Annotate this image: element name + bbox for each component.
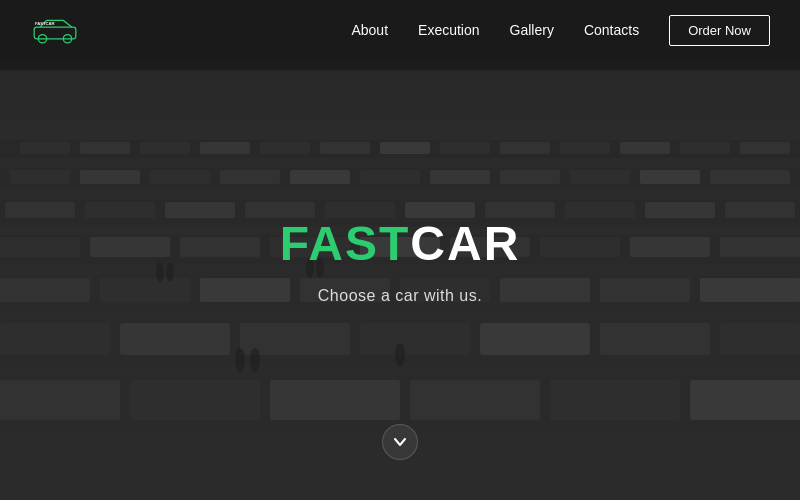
hero-section: FASTCAR About Execution Gallery Contacts… [0, 0, 800, 500]
navbar: FASTCAR About Execution Gallery Contacts… [0, 0, 800, 60]
nav-execution[interactable]: Execution [418, 22, 479, 38]
logo[interactable]: FASTCAR [30, 15, 80, 45]
nav-about[interactable]: About [351, 22, 388, 38]
nav-contacts[interactable]: Contacts [584, 22, 639, 38]
scroll-down-button[interactable] [382, 424, 418, 460]
nav-gallery[interactable]: Gallery [510, 22, 554, 38]
order-now-button[interactable]: Order Now [669, 15, 770, 46]
hero-content: FASTCAR Choose a car with us. [280, 216, 521, 305]
hero-title-fast: FAST [280, 217, 411, 270]
hero-title-car: CAR [410, 217, 520, 270]
svg-rect-83 [34, 27, 76, 39]
nav-links: About Execution Gallery Contacts Order N… [351, 15, 770, 46]
hero-title: FASTCAR [280, 216, 521, 271]
logo-icon: FASTCAR [30, 15, 80, 45]
hero-subtitle: Choose a car with us. [318, 287, 482, 305]
chevron-down-icon [392, 434, 408, 450]
svg-text:FASTCAR: FASTCAR [35, 21, 55, 26]
